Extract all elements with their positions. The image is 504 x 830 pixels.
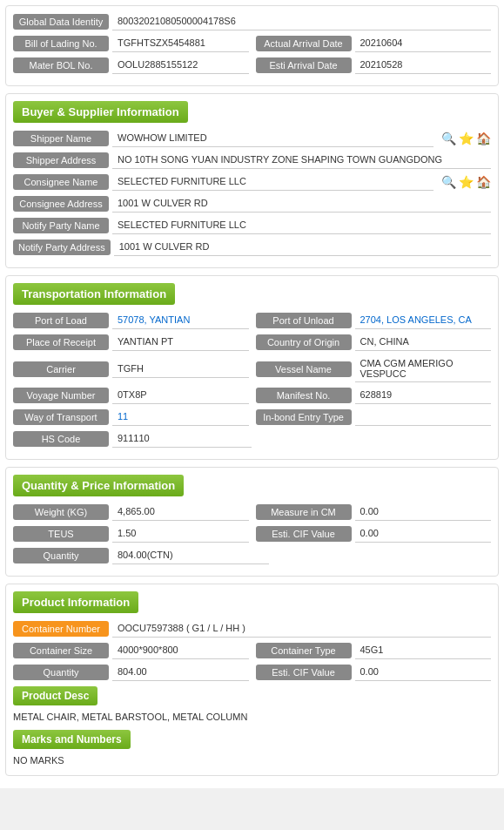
esti-cif-group: Esti. CIF Value 0.00 xyxy=(256,525,492,543)
place-receipt-label: Place of Receipt xyxy=(13,334,109,350)
mater-bol-row: Mater BOL No. OOLU2885155122 Esti Arriva… xyxy=(13,57,491,74)
actual-arrival-label: Actual Arrival Date xyxy=(256,36,352,51)
star-icon-2[interactable]: ⭐ xyxy=(458,174,474,190)
weight-group: Weight (KG) 4,865.00 xyxy=(13,503,249,521)
shipper-name-row: Shipper Name WOWHOW LIMITED 🔍 ⭐ 🏠 xyxy=(13,130,491,147)
port-unload-label: Port of Unload xyxy=(256,313,352,328)
port-unload-value: 2704, LOS ANGELES, CA xyxy=(355,312,492,329)
vessel-name-group: Vessel Name CMA CGM AMERIGO VESPUCC xyxy=(256,355,492,382)
buyer-supplier-section: Buyer & Supplier Information Shipper Nam… xyxy=(5,93,499,268)
consignee-address-value: 1001 W CULVER RD xyxy=(112,195,491,213)
hs-code-label: HS Code xyxy=(13,431,109,447)
weight-row: Weight (KG) 4,865.00 Measure in CM 0.00 xyxy=(13,503,491,521)
notify-party-address-label: Notify Party Address xyxy=(13,240,111,255)
mater-bol-label: Mater BOL No. xyxy=(13,57,109,73)
shipper-address-label: Shipper Address xyxy=(13,152,109,168)
transportation-section: Transportation Information Port of Load … xyxy=(5,275,499,460)
esti-cif-value: 0.00 xyxy=(355,525,492,543)
hs-code-row: HS Code 911110 xyxy=(13,430,491,448)
country-origin-group: Country of Origin CN, CHINA xyxy=(256,334,492,351)
carrier-label: Carrier xyxy=(13,361,109,377)
product-desc-value: METAL CHAIR, METAL BARSTOOL, METAL COLUM… xyxy=(13,709,491,725)
teus-label: TEUS xyxy=(13,526,109,542)
search-icon[interactable]: 🔍 xyxy=(440,131,456,146)
carrier-group: Carrier TGFH xyxy=(13,361,249,378)
actual-arrival-group: Actual Arrival Date 20210604 xyxy=(256,35,492,52)
receipt-row: Place of Receipt YANTIAN PT Country of O… xyxy=(13,334,491,351)
notify-party-address-row: Notify Party Address 1001 W CULVER RD xyxy=(13,239,491,256)
port-load-group: Port of Load 57078, YANTIAN xyxy=(13,312,249,329)
port-load-row: Port of Load 57078, YANTIAN Port of Unlo… xyxy=(13,312,491,329)
actual-arrival-value: 20210604 xyxy=(355,35,492,52)
marks-numbers-button[interactable]: Marks and Numbers xyxy=(13,730,131,749)
notify-party-name-value: SELECTED FURNITURE LLC xyxy=(112,217,491,234)
product-qty-row: Quantity 804.00 Esti. CIF Value 0.00 xyxy=(13,664,491,681)
measure-group: Measure in CM 0.00 xyxy=(256,503,492,521)
voyage-row: Voyage Number 0TX8P Manifest No. 628819 xyxy=(13,387,491,404)
notify-party-address-value: 1001 W CULVER RD xyxy=(114,239,491,256)
bol-row: Bill of Lading No. TGFHTSZX5454881 Actua… xyxy=(13,35,491,52)
teus-row: TEUS 1.50 Esti. CIF Value 0.00 xyxy=(13,525,491,543)
product-header: Product Information xyxy=(13,591,138,613)
container-size-label: Container Size xyxy=(13,643,109,658)
search-icon-2[interactable]: 🔍 xyxy=(440,174,456,190)
container-size-row: Container Size 4000*900*800 Container Ty… xyxy=(13,642,491,659)
product-qty-value: 804.00 xyxy=(112,664,249,681)
container-number-label: Container Number xyxy=(13,621,109,637)
container-type-value: 45G1 xyxy=(355,642,492,659)
port-load-value: 57078, YANTIAN xyxy=(112,312,249,329)
carrier-row: Carrier TGFH Vessel Name CMA CGM AMERIGO… xyxy=(13,355,491,382)
carrier-value: TGFH xyxy=(112,361,249,378)
quantity-price-header: Quantity & Price Information xyxy=(13,475,184,496)
shipper-name-label: Shipper Name xyxy=(13,131,109,146)
home-icon[interactable]: 🏠 xyxy=(475,131,491,146)
bol-value: TGFHTSZX5454881 xyxy=(112,35,249,52)
manifest-label: Manifest No. xyxy=(256,388,352,403)
qty-value: 804.00(CTN) xyxy=(112,547,269,564)
container-number-row: Container Number OOCU7597388 ( G1 / L / … xyxy=(13,620,491,638)
product-qty-label: Quantity xyxy=(13,665,109,680)
way-transport-group: Way of Transport 11 xyxy=(13,408,249,426)
shipper-name-icons: 🔍 ⭐ 🏠 xyxy=(439,131,491,146)
container-type-group: Container Type 45G1 xyxy=(256,642,492,659)
esti-arrival-group: Esti Arrival Date 20210528 xyxy=(256,57,492,74)
shipper-address-row: Shipper Address NO 10TH SONG YUAN INDUST… xyxy=(13,152,491,169)
measure-label: Measure in CM xyxy=(256,504,352,520)
product-desc-button[interactable]: Product Desc xyxy=(13,686,97,705)
container-size-group: Container Size 4000*900*800 xyxy=(13,642,249,659)
global-data-identity-label: Global Data Identity xyxy=(13,14,109,30)
home-icon-2[interactable]: 🏠 xyxy=(475,174,491,190)
bol-label: Bill of Lading No. xyxy=(13,36,109,51)
inbond-group: In-bond Entry Type xyxy=(256,408,492,426)
qty-label: Quantity xyxy=(13,548,109,563)
weight-label: Weight (KG) xyxy=(13,504,109,520)
consignee-address-label: Consignee Address xyxy=(13,196,109,212)
transport-row: Way of Transport 11 In-bond Entry Type xyxy=(13,408,491,426)
vessel-name-value: CMA CGM AMERIGO VESPUCC xyxy=(355,355,492,382)
container-size-value: 4000*900*800 xyxy=(112,642,249,659)
inbond-label: In-bond Entry Type xyxy=(256,409,352,425)
container-type-label: Container Type xyxy=(256,643,352,658)
teus-value: 1.50 xyxy=(112,525,249,543)
global-data-identity-value: 80032021080500004178S6 xyxy=(112,13,491,30)
voyage-label: Voyage Number xyxy=(13,388,109,403)
place-receipt-group: Place of Receipt YANTIAN PT xyxy=(13,334,249,351)
voyage-value: 0TX8P xyxy=(112,387,249,404)
mater-bol-value: OOLU2885155122 xyxy=(112,57,249,74)
page-wrapper: Global Data Identity 8003202108050000417… xyxy=(0,0,504,788)
voyage-group: Voyage Number 0TX8P xyxy=(13,387,249,404)
port-load-label: Port of Load xyxy=(13,313,109,328)
transportation-header: Transportation Information xyxy=(13,283,175,305)
notify-party-name-label: Notify Party Name xyxy=(13,218,109,233)
marks-value: NO MARKS xyxy=(13,752,491,768)
vessel-name-label: Vessel Name xyxy=(256,361,352,377)
way-transport-value: 11 xyxy=(112,408,249,426)
inbond-value xyxy=(355,408,492,426)
consignee-name-icons: 🔍 ⭐ 🏠 xyxy=(439,174,491,190)
hs-code-value: 911110 xyxy=(112,430,252,448)
shipper-name-value: WOWHOW LIMITED xyxy=(112,130,433,147)
product-esti-value: 0.00 xyxy=(355,664,492,681)
mater-bol-group: Mater BOL No. OOLU2885155122 xyxy=(13,57,249,74)
esti-arrival-label: Esti Arrival Date xyxy=(256,57,352,73)
star-icon[interactable]: ⭐ xyxy=(458,131,474,146)
